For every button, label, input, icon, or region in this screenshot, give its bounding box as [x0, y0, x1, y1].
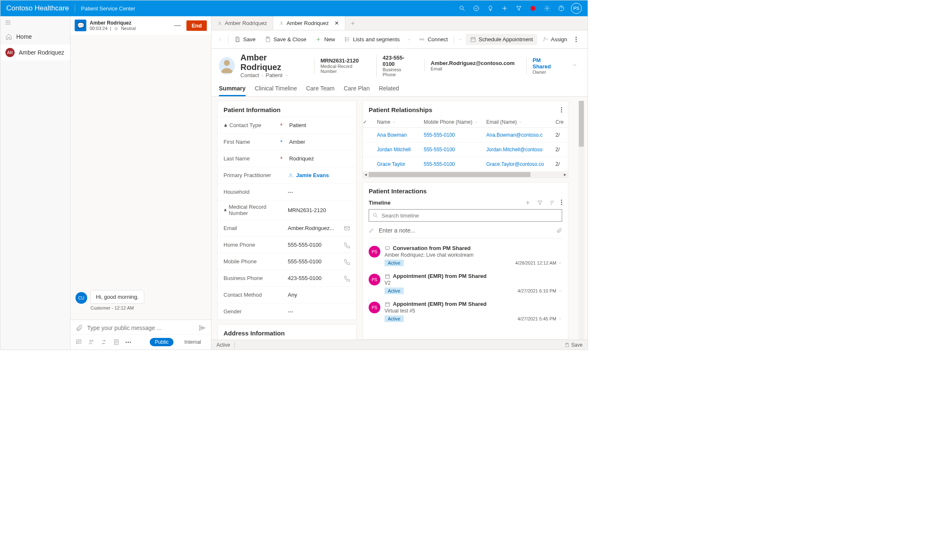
attach-icon[interactable] [75, 324, 83, 332]
public-toggle[interactable]: Public [150, 338, 173, 346]
horizontal-scrollbar[interactable]: ◄► [363, 172, 568, 178]
column-select[interactable]: ✓ [363, 119, 377, 125]
chevron-down-icon[interactable] [558, 317, 562, 321]
patient-photo[interactable] [219, 57, 235, 75]
timeline-filter-icon[interactable] [537, 200, 543, 206]
record-indicator-icon[interactable] [526, 0, 540, 16]
task-icon[interactable] [469, 0, 483, 16]
internal-toggle[interactable]: Internal [179, 338, 206, 346]
column-email[interactable]: Email (Name) [485, 119, 555, 125]
timeline-note[interactable]: Enter a note... [369, 225, 562, 238]
form-label[interactable]: Patient [266, 72, 282, 78]
tab-care-plan[interactable]: Care Plan [344, 81, 369, 96]
timeline-add-icon[interactable] [525, 200, 531, 206]
field-gender[interactable]: Gender --- [218, 303, 356, 320]
footer-save-button[interactable]: Save [565, 342, 583, 348]
tab-summary[interactable]: Summary [219, 81, 246, 96]
tab-clinical-timeline[interactable]: Clinical Timeline [255, 81, 297, 96]
lists-dropdown[interactable] [405, 38, 414, 42]
quick-reply-icon[interactable] [75, 339, 82, 345]
sentiment-icon: ☺ [114, 26, 118, 31]
chevron-down-icon[interactable] [558, 261, 562, 265]
vertical-scrollbar[interactable] [578, 101, 584, 340]
timeline-sort-icon[interactable] [549, 200, 555, 206]
tab-care-team[interactable]: Care Team [306, 81, 334, 96]
transfer-icon[interactable] [101, 339, 107, 345]
lists-button[interactable]: Lists and segments [340, 34, 404, 45]
mail-icon[interactable] [344, 225, 350, 232]
add-tab-button[interactable] [345, 16, 360, 30]
add-icon[interactable] [498, 0, 512, 16]
nav-patient[interactable]: AR Amber Rodriquez [0, 45, 70, 60]
field-last-name[interactable]: Last Name * Rodriquez [218, 150, 356, 167]
filter-icon[interactable] [512, 0, 526, 16]
notes-icon[interactable] [113, 339, 120, 345]
user-avatar[interactable]: PS [571, 3, 582, 14]
help-icon[interactable] [554, 0, 568, 16]
timeline-item[interactable]: PS Conversation from PM Shared Amber Rod… [363, 242, 568, 270]
chat-input[interactable] [87, 325, 194, 331]
connect-dropdown[interactable] [456, 38, 465, 42]
svg-point-40 [290, 173, 292, 175]
session-tab-1[interactable]: Amber Rodriquez [211, 16, 273, 30]
header-owner: PM SharedOwner [526, 57, 563, 75]
field-contact-method[interactable]: Contact Method Any [218, 286, 356, 303]
chat-panel: 💬 Amber Rodriquez 00:03:24 | ☺ Neutral —… [70, 16, 211, 350]
assign-button[interactable]: Assign [538, 34, 571, 45]
close-tab-icon[interactable]: ✕ [334, 20, 339, 26]
schedule-appointment-button[interactable]: Schedule Appointment [466, 34, 537, 45]
relationships-more-icon[interactable] [561, 107, 562, 112]
attach-icon[interactable] [556, 228, 562, 233]
send-icon[interactable] [199, 324, 206, 332]
table-row[interactable]: Jordan Mitchell 555-555-0100 Jordan.Mitc… [363, 142, 568, 157]
save-close-button[interactable]: Save & Close [261, 34, 311, 45]
field-email[interactable]: Email Amber.Rodriguez... [218, 220, 356, 236]
end-chat-button[interactable]: End [186, 20, 207, 31]
back-button[interactable] [214, 37, 226, 42]
field-household[interactable]: Household --- [218, 183, 356, 200]
table-row[interactable]: Grace Taylor 555-555-0100 Grace.Taylor@c… [363, 157, 568, 172]
column-created[interactable]: Cre [555, 119, 568, 125]
session-tab-2[interactable]: Amber Rodriquez ✕ [273, 16, 345, 30]
save-button[interactable]: Save [230, 34, 260, 45]
column-name[interactable]: Name [377, 119, 422, 125]
command-overflow-icon[interactable] [576, 37, 577, 42]
column-mobile[interactable]: Mobile Phone (Name) [422, 119, 485, 125]
chat-more-icon[interactable] [126, 342, 131, 343]
header-expand[interactable] [569, 62, 580, 69]
timeline-search[interactable] [369, 209, 562, 222]
timeline-item[interactable]: PS Appointment (EMR) from PM Shared V2 A… [363, 270, 568, 298]
search-icon[interactable] [455, 0, 469, 16]
calendar-icon [385, 301, 390, 307]
nav-home[interactable]: Home [0, 29, 70, 45]
connect-button[interactable]: Connect [415, 34, 452, 45]
home-icon [5, 33, 12, 40]
settings-icon[interactable] [540, 0, 554, 16]
timeline-item[interactable]: PS Appointment (EMR) from PM Shared Virt… [363, 298, 568, 325]
timeline-more-icon[interactable] [561, 200, 562, 206]
consult-icon[interactable] [88, 339, 95, 345]
phone-icon[interactable] [344, 242, 350, 248]
field-mrn[interactable]: Medical Record Number MRN2631-2120 [218, 200, 356, 220]
tab-related[interactable]: Related [379, 81, 399, 96]
form-content: Patient Information Contact Type * Patie… [211, 97, 588, 340]
new-button[interactable]: New [311, 34, 339, 45]
hamburger-button[interactable] [0, 16, 70, 29]
field-home-phone[interactable]: Home Phone 555-555-0100 [218, 236, 356, 253]
field-mobile-phone[interactable]: Mobile Phone 555-555-0100 [218, 253, 356, 270]
chevron-down-icon[interactable] [558, 289, 562, 293]
status-badge: Active [385, 315, 404, 322]
status-badge: Active [385, 260, 404, 266]
phone-icon[interactable] [344, 258, 350, 265]
phone-icon[interactable] [344, 275, 350, 282]
field-first-name[interactable]: First Name * Amber [218, 133, 356, 150]
minimize-button[interactable]: — [171, 22, 183, 29]
field-primary-practitioner[interactable]: Primary Practitioner Jamie Evans [218, 167, 356, 183]
svg-point-25 [345, 38, 347, 39]
field-contact-type[interactable]: Contact Type * Patient [218, 117, 356, 133]
chevron-down-icon[interactable] [285, 73, 289, 78]
lightbulb-icon[interactable] [483, 0, 498, 16]
table-row[interactable]: Ana Bowman 555-555-0100 Ana.Bowman@conto… [363, 128, 568, 142]
field-business-phone[interactable]: Business Phone 423-555-0100 [218, 270, 356, 286]
timeline-search-input[interactable] [382, 212, 558, 219]
